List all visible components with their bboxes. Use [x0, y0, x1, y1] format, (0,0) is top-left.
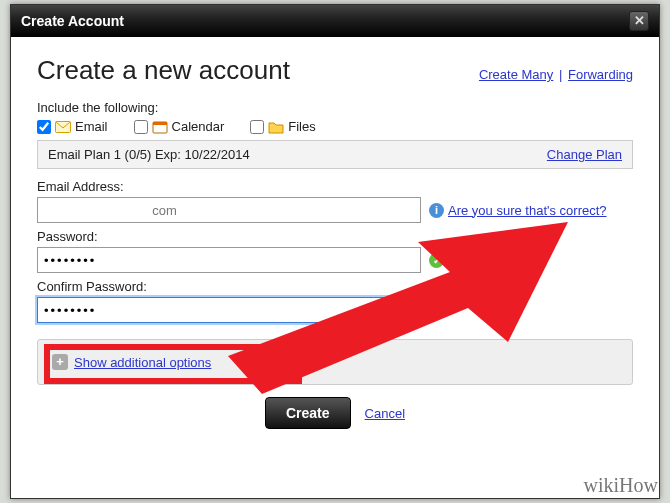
- files-checkbox[interactable]: [250, 120, 264, 134]
- titlebar: Create Account ✕: [11, 5, 659, 37]
- info-icon: i: [429, 203, 444, 218]
- email-address-label: Email Address:: [37, 179, 633, 194]
- button-row: Create Cancel: [37, 391, 633, 437]
- cancel-link[interactable]: Cancel: [365, 406, 405, 421]
- plan-row: Email Plan 1 (0/5) Exp: 10/22/2014 Chang…: [37, 140, 633, 169]
- show-additional-options[interactable]: + Show additional options: [52, 354, 211, 370]
- email-input[interactable]: [37, 197, 421, 223]
- change-plan-link[interactable]: Change Plan: [547, 147, 622, 162]
- create-button[interactable]: Create: [265, 397, 351, 429]
- close-button[interactable]: ✕: [629, 11, 649, 31]
- plan-text: Email Plan 1 (0/5) Exp: 10/22/2014: [48, 147, 250, 162]
- option-files[interactable]: Files: [250, 119, 315, 134]
- check-icon: ✓: [429, 253, 444, 268]
- calendar-label: Calendar: [172, 119, 225, 134]
- link-separator: |: [557, 67, 564, 82]
- show-additional-options-link[interactable]: Show additional options: [74, 355, 211, 370]
- envelope-icon: [55, 120, 71, 134]
- email-label: Email: [75, 119, 108, 134]
- watermark: wikiHow: [584, 474, 658, 497]
- advanced-panel: + Show additional options: [37, 339, 633, 385]
- forwarding-link[interactable]: Forwarding: [568, 67, 633, 82]
- plus-icon: +: [52, 354, 68, 370]
- confirm-password-input[interactable]: [37, 297, 421, 323]
- include-options: Email Calendar Files: [37, 119, 633, 134]
- password-input[interactable]: [37, 247, 421, 273]
- include-label: Include the following:: [37, 100, 633, 115]
- files-label: Files: [288, 119, 315, 134]
- email-hint: i Are you sure that's correct?: [429, 203, 607, 218]
- email-hint-link[interactable]: Are you sure that's correct?: [448, 203, 607, 218]
- password-label: Password:: [37, 229, 633, 244]
- top-links: Create Many | Forwarding: [479, 67, 633, 82]
- window-title: Create Account: [21, 13, 124, 29]
- option-calendar[interactable]: Calendar: [134, 119, 225, 134]
- calendar-icon: [152, 120, 168, 134]
- option-email[interactable]: Email: [37, 119, 108, 134]
- email-checkbox[interactable]: [37, 120, 51, 134]
- confirm-password-label: Confirm Password:: [37, 279, 633, 294]
- modal-body: Create a new account Create Many | Forwa…: [11, 37, 659, 498]
- svg-rect-2: [153, 122, 167, 125]
- page-title: Create a new account: [37, 55, 290, 86]
- folder-icon: [268, 120, 284, 134]
- calendar-checkbox[interactable]: [134, 120, 148, 134]
- modal: Create Account ✕ Create a new account Cr…: [10, 4, 660, 499]
- create-many-link[interactable]: Create Many: [479, 67, 553, 82]
